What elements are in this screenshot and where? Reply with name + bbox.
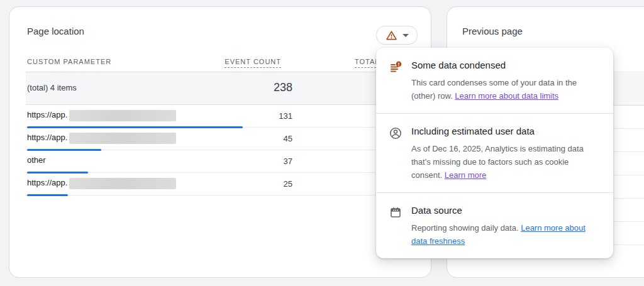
row-event-count: 131 xyxy=(279,111,292,121)
table-row[interactable]: https://app. 25 xyxy=(26,173,414,195)
row-event-count: 37 xyxy=(284,157,292,166)
learn-more-estimation-link[interactable]: Learn more xyxy=(445,170,486,180)
popover-section-body: Reporting showing daily data. Learn more… xyxy=(411,221,598,248)
total-row-label: (total) 4 items xyxy=(27,83,77,92)
event-count-bar xyxy=(27,194,68,196)
column-custom-parameter: CUSTOM PARAMETER xyxy=(27,58,111,65)
popover-section-title: Including estimated user data xyxy=(411,126,598,136)
condensed-data-icon xyxy=(389,60,402,102)
card-title: Previous page xyxy=(462,26,523,36)
row-label: https://app. xyxy=(27,133,176,144)
row-label: https://app. xyxy=(27,178,176,189)
row-event-count: 25 xyxy=(284,179,292,189)
total-row-value: 238 xyxy=(274,81,292,94)
popover-section-data-source: Data source Reporting showing daily data… xyxy=(376,192,613,258)
popover-section-data-condensed: Some data condensed This card condenses … xyxy=(376,48,613,113)
redacted-text xyxy=(69,110,176,121)
total-row: (total) 4 items 238 xyxy=(26,72,414,105)
estimated-user-icon xyxy=(389,126,402,182)
calendar-icon xyxy=(389,205,402,248)
card-title: Page location xyxy=(27,26,84,36)
redacted-text xyxy=(69,133,176,144)
popover-section-estimated-user-data: Including estimated user data As of Dec … xyxy=(376,113,613,192)
popover-section-title: Data source xyxy=(411,205,598,216)
page-location-table: CUSTOM PARAMETER EVENT COUNT TOTAL (tota… xyxy=(26,56,414,195)
popover-section-body: As of Dec 16, 2025, Analytics is estimat… xyxy=(411,142,598,182)
redacted-text xyxy=(69,178,176,189)
table-header: CUSTOM PARAMETER EVENT COUNT TOTAL xyxy=(26,56,414,72)
row-label: https://app. xyxy=(27,110,176,121)
table-row[interactable]: https://app. 45 xyxy=(26,128,414,150)
row-label: other xyxy=(27,155,46,165)
data-quality-popover: Some data condensed This card condenses … xyxy=(376,48,613,258)
row-event-count: 45 xyxy=(284,134,292,143)
page-location-card: Page location CUSTOM PARAMETER EVENT COU… xyxy=(9,6,431,278)
table-row[interactable]: other 37 xyxy=(26,150,414,173)
table-row[interactable]: https://app. 131 xyxy=(26,105,414,128)
column-event-count[interactable]: EVENT COUNT xyxy=(225,58,281,68)
page: Page location CUSTOM PARAMETER EVENT COU… xyxy=(0,0,644,286)
chevron-down-icon xyxy=(402,34,409,37)
warning-triangle-icon xyxy=(386,30,397,41)
learn-more-data-limits-link[interactable]: Learn more about data limits xyxy=(455,91,558,101)
data-quality-button[interactable] xyxy=(376,26,418,45)
popover-section-title: Some data condensed xyxy=(411,60,598,70)
popover-section-body: This card condenses some of your data in… xyxy=(411,76,598,102)
